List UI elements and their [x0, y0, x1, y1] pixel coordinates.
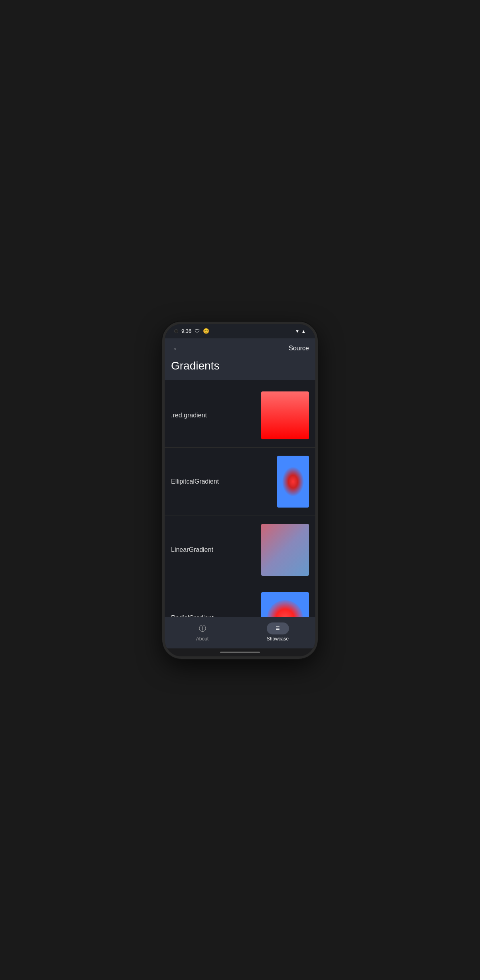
linear-gradient-swatch — [261, 524, 309, 576]
about-nav-label: About — [196, 636, 209, 642]
status-time: 9:36 — [181, 328, 191, 334]
list-item[interactable]: EllipitcalGradient — [165, 448, 315, 516]
radial-gradient-swatch — [261, 592, 309, 617]
source-button[interactable]: Source — [289, 345, 309, 352]
showcase-nav-label: Showcase — [267, 636, 289, 642]
shield-icon: 🛡 — [195, 328, 200, 334]
status-icons — [295, 328, 306, 334]
content-area: .red.gradient EllipitcalGradient LinearG… — [165, 380, 315, 617]
list-item[interactable]: RadialGradient — [165, 584, 315, 617]
camera-dot — [174, 329, 178, 333]
app-bar-top: ← Source — [171, 342, 309, 355]
info-icon: ⓘ — [199, 624, 206, 633]
gradient-label: EllipitcalGradient — [171, 478, 219, 485]
showcase-icon-container: ≡ — [267, 622, 289, 634]
list-item[interactable]: .red.gradient — [165, 383, 315, 448]
red-gradient-swatch — [261, 391, 309, 439]
home-bar — [220, 652, 260, 653]
signal-icon — [301, 328, 306, 334]
nav-item-about[interactable]: ⓘ About — [165, 622, 240, 642]
status-bar: 9:36 🛡 😊 — [165, 324, 315, 338]
list-item[interactable]: LinearGradient — [165, 516, 315, 584]
gradient-label: .red.gradient — [171, 412, 207, 419]
back-button[interactable]: ← — [171, 342, 182, 355]
elliptical-gradient-swatch — [277, 456, 309, 508]
page-title: Gradients — [171, 358, 309, 374]
bottom-nav: ⓘ About ≡ Showcase — [165, 617, 315, 648]
phone-frame: 9:36 🛡 😊 ← Source Gradients .red.gradien… — [162, 322, 318, 659]
list-icon: ≡ — [275, 624, 280, 632]
wifi-icon — [295, 328, 299, 334]
gradient-label: LinearGradient — [171, 546, 213, 553]
status-left: 9:36 🛡 😊 — [174, 328, 209, 334]
home-indicator — [165, 648, 315, 656]
nav-item-showcase[interactable]: ≡ Showcase — [240, 622, 315, 642]
about-icon-container: ⓘ — [191, 622, 214, 634]
gradient-label: RadialGradient — [171, 614, 214, 617]
face-icon: 😊 — [203, 328, 209, 334]
app-bar: ← Source Gradients — [165, 338, 315, 380]
